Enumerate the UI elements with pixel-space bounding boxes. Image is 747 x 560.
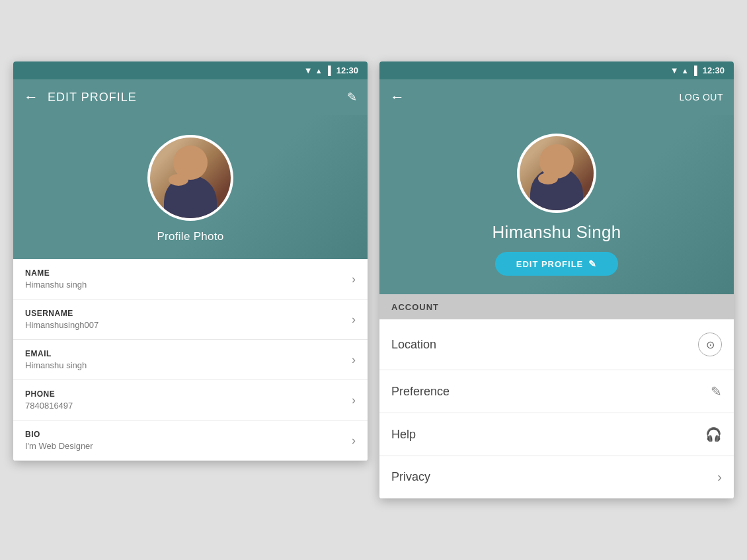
status-icons-2: ▼ ▲ ▐ 12:30: [670, 65, 725, 75]
signal-icon-2: ▲: [682, 67, 689, 75]
status-icons-1: ▼ ▲ ▐ 12:30: [304, 65, 358, 75]
signal-icon: ▲: [315, 67, 323, 75]
edit-icon-appbar[interactable]: ✎: [347, 90, 357, 104]
menu-item-help-label: Help: [391, 428, 416, 442]
profile-header-1: Profile Photo: [13, 115, 368, 259]
status-bar-2: ▼ ▲ ▐ 12:30: [379, 61, 734, 79]
avatar-2[interactable]: [517, 134, 596, 213]
screen-edit-profile: ▼ ▲ ▐ 12:30 ← EDIT PROFILE ✎ Profile Pho…: [13, 61, 368, 461]
logout-button[interactable]: LOG OUT: [679, 92, 723, 102]
field-bio-label: BIO: [25, 430, 93, 439]
back-button-2[interactable]: ←: [390, 89, 405, 106]
chevron-email: ›: [352, 353, 356, 367]
time-1: 12:30: [336, 65, 358, 75]
menu-item-location-label: Location: [391, 338, 436, 352]
screen-profile: ▼ ▲ ▐ 12:30 ← LOG OUT Himanshu Singh: [379, 61, 734, 499]
field-bio[interactable]: BIO I'm Web Designer ›: [13, 420, 368, 461]
wifi-icon-2: ▼: [670, 65, 679, 75]
field-username-value: Himanshusingh007: [25, 320, 98, 330]
edit-profile-btn-icon: ✎: [588, 259, 597, 269]
avatar-1[interactable]: [147, 135, 233, 221]
location-icon: ⊙: [698, 333, 722, 356]
menu-item-location[interactable]: Location ⊙: [379, 319, 734, 370]
help-headphone-icon: 🎧: [705, 426, 722, 442]
menu-item-privacy[interactable]: Privacy ›: [379, 456, 734, 499]
profile-header-2: Himanshu Singh EDIT PROFILE ✎: [379, 115, 734, 294]
field-name-value: Himanshu singh: [25, 280, 87, 290]
preference-edit-icon: ✎: [711, 383, 722, 399]
app-bar-2: ← LOG OUT: [379, 79, 734, 115]
field-email-label: EMAIL: [25, 349, 87, 358]
photo-label: Profile Photo: [157, 230, 223, 243]
avatar-image-1: [150, 138, 231, 218]
field-username-label: USERNAME: [25, 309, 98, 318]
privacy-chevron-icon: ›: [717, 469, 722, 485]
account-label: ACCOUNT: [391, 302, 439, 312]
field-phone-value: 7840816497: [25, 401, 73, 411]
edit-profile-button[interactable]: EDIT PROFILE ✎: [495, 252, 619, 276]
menu-item-help[interactable]: Help 🎧: [379, 413, 734, 456]
field-bio-value: I'm Web Designer: [25, 441, 93, 451]
chevron-bio: ›: [352, 434, 356, 448]
edit-profile-btn-label: EDIT PROFILE: [516, 259, 584, 269]
field-email[interactable]: EMAIL Himanshu singh ›: [13, 340, 368, 380]
app-bar-title-1: EDIT PROFILE: [48, 91, 347, 104]
menu-list: Location ⊙ Preference ✎ Help 🎧 Privacy ›: [379, 319, 734, 499]
chevron-phone: ›: [352, 393, 356, 407]
field-email-value: Himanshu singh: [25, 360, 87, 370]
wifi-icon: ▼: [304, 65, 313, 75]
profile-fields: NAME Himanshu singh › USERNAME Himanshus…: [13, 259, 368, 461]
status-bar-1: ▼ ▲ ▐ 12:30: [13, 61, 368, 79]
account-section-header: ACCOUNT: [379, 294, 734, 319]
time-2: 12:30: [703, 65, 725, 75]
menu-item-preference-label: Preference: [391, 385, 450, 399]
app-bar-1: ← EDIT PROFILE ✎: [13, 79, 368, 115]
chevron-username: ›: [352, 313, 356, 327]
field-name[interactable]: NAME Himanshu singh ›: [13, 259, 368, 300]
menu-item-preference[interactable]: Preference ✎: [379, 370, 734, 413]
battery-icon: ▐: [325, 65, 331, 75]
field-phone[interactable]: PHONE 7840816497 ›: [13, 380, 368, 420]
profile-name: Himanshu Singh: [492, 222, 621, 243]
avatar-image-2: [520, 136, 594, 210]
back-button-1[interactable]: ←: [24, 89, 38, 106]
menu-item-privacy-label: Privacy: [391, 470, 430, 484]
battery-icon-2: ▐: [691, 65, 697, 75]
chevron-name: ›: [352, 272, 356, 286]
field-username[interactable]: USERNAME Himanshusingh007 ›: [13, 300, 368, 340]
field-name-label: NAME: [25, 268, 87, 278]
field-phone-label: PHONE: [25, 389, 73, 399]
screens-container: ▼ ▲ ▐ 12:30 ← EDIT PROFILE ✎ Profile Pho…: [0, 48, 747, 512]
